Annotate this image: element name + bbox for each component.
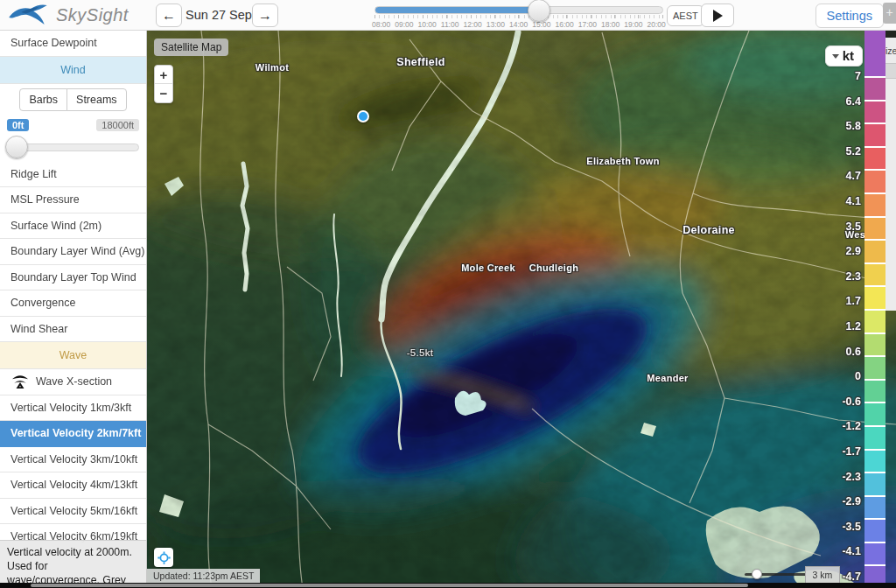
horizontal-scrollbar-thumb[interactable] bbox=[31, 584, 748, 587]
sidebar-item-wind-shear[interactable]: Wind Shear bbox=[0, 317, 146, 343]
time-tick-label: 11:00 bbox=[441, 20, 459, 29]
time-tick-label: 10:00 bbox=[418, 20, 437, 29]
time-slider[interactable]: 08:0009:0010:0011:0012:0013:0014:0015:00… bbox=[374, 6, 663, 29]
wave-xsection-icon bbox=[10, 374, 30, 389]
colorbar-segment bbox=[864, 518, 886, 542]
time-slider-track[interactable] bbox=[374, 6, 663, 14]
colorbar-segment bbox=[864, 379, 886, 402]
skysight-logo: SkySight bbox=[7, 3, 129, 27]
time-tick-label: 19:00 bbox=[624, 20, 642, 29]
altitude-min-badge: 0ft bbox=[7, 119, 29, 131]
wind-toggle-barbs[interactable]: Barbs bbox=[19, 88, 67, 111]
map-style-button[interactable]: Satellite Map bbox=[154, 38, 228, 56]
map-scale-line bbox=[745, 573, 806, 576]
colorbar-segment bbox=[864, 285, 886, 309]
map-viewport[interactable]: WilmotSheffieldElizabeth TownDeloraineMo… bbox=[147, 31, 896, 588]
bottom-bar bbox=[0, 583, 896, 588]
prev-day-button[interactable]: ← bbox=[156, 4, 182, 27]
map-place-label: Sheffield bbox=[396, 56, 444, 68]
time-tick-label: 13:00 bbox=[486, 20, 505, 29]
satellite-map-artwork bbox=[147, 31, 896, 588]
zoom-in-button[interactable]: + bbox=[155, 66, 172, 84]
sidebar-item-vertical-velocity-5km-16kft[interactable]: Vertical Velocity 5km/16kft bbox=[0, 499, 146, 525]
colorbar-segment bbox=[864, 122, 886, 146]
bird-logo-icon bbox=[7, 3, 49, 27]
app-name: SkySight bbox=[56, 5, 129, 25]
sidebar-section-wave[interactable]: Wave bbox=[0, 342, 146, 369]
altitude-badges: 0ft 18000ft bbox=[0, 116, 146, 134]
unit-dropdown-button[interactable]: kt bbox=[825, 46, 863, 66]
top-bar: SkySight ← Sun 27 Sep → 08:0009:0010:001… bbox=[0, 0, 896, 31]
time-tick-label: 17:00 bbox=[578, 20, 597, 29]
timezone-button[interactable]: AEST bbox=[667, 5, 704, 26]
play-icon bbox=[713, 10, 723, 22]
cut-panel-text-fragment: ize bbox=[886, 46, 896, 56]
geolocate-target-icon bbox=[158, 551, 171, 564]
sidebar-item-boundary-layer-wind-avg-[interactable]: Boundary Layer Wind (Avg) bbox=[0, 239, 146, 265]
next-day-button[interactable]: → bbox=[252, 4, 278, 27]
colorbar-segment bbox=[864, 542, 886, 565]
layers-sidebar: Surface Dewpoint Wind BarbsStreams 0ft 1… bbox=[0, 31, 147, 588]
map-place-label: Meander bbox=[647, 373, 688, 383]
time-tick-label: 12:00 bbox=[463, 20, 481, 29]
sidebar-item-label: Wave X-section bbox=[36, 375, 112, 388]
time-tick-label: 08:00 bbox=[372, 20, 390, 29]
time-ticks-major bbox=[374, 15, 663, 18]
sidebar-item-surface-dewpoint[interactable]: Surface Dewpoint bbox=[0, 31, 146, 57]
time-tick-label: 16:00 bbox=[555, 20, 573, 29]
zoom-out-button[interactable]: − bbox=[155, 84, 172, 102]
colorbar-segment bbox=[864, 402, 886, 425]
map-velocity-annotation: -5.5kt bbox=[407, 347, 434, 358]
colorbar-segment bbox=[864, 192, 886, 216]
map-place-label: Elizabeth Town bbox=[586, 156, 659, 166]
location-marker[interactable] bbox=[357, 110, 369, 122]
colorbar-segment bbox=[864, 332, 886, 356]
sidebar-item-vertical-velocity-3km-10kft[interactable]: Vertical Velocity 3km/10kft bbox=[0, 447, 146, 473]
sidebar-item-vertical-velocity-2km-7kft[interactable]: Vertical Velocity 2km/7kft bbox=[0, 421, 146, 447]
sidebar-item-wave-xsection[interactable]: Wave X-section bbox=[0, 369, 146, 396]
sidebar-item-ridge-lift[interactable]: Ridge Lift bbox=[0, 162, 146, 188]
sidebar-item-msl-pressure[interactable]: MSL Pressure bbox=[0, 187, 146, 214]
colorbar-segment bbox=[864, 146, 886, 170]
colorbar-segment bbox=[864, 239, 886, 262]
wind-toggle-streams[interactable]: Streams bbox=[66, 88, 127, 111]
colorbar-segment bbox=[864, 495, 886, 519]
settings-button[interactable]: Settings bbox=[816, 4, 884, 28]
arrow-right-icon: → bbox=[258, 8, 272, 24]
sidebar-section-wind[interactable]: Wind bbox=[0, 57, 146, 84]
sidebar-item-vertical-velocity-4km-13kft[interactable]: Vertical Velocity 4km/13kft bbox=[0, 472, 146, 499]
colorbar-segment bbox=[864, 355, 886, 379]
map-place-label: Wilmot bbox=[256, 62, 289, 73]
time-slider-handle[interactable] bbox=[528, 0, 550, 22]
sidebar-item-vertical-velocity-1km-3kft[interactable]: Vertical Velocity 1km/3kft bbox=[0, 396, 146, 422]
velocity-colorbar[interactable] bbox=[864, 31, 886, 588]
time-tick-label: 14:00 bbox=[509, 20, 528, 29]
time-tick-label: 20:00 bbox=[648, 20, 666, 29]
altitude-slider-handle[interactable] bbox=[5, 136, 28, 158]
geolocate-button[interactable] bbox=[154, 548, 173, 567]
layer-tooltip: Vertical velocity at 2000m. Used for wav… bbox=[0, 540, 146, 588]
date-label: Sun 27 Sep bbox=[186, 8, 252, 22]
map-scale-dot[interactable] bbox=[752, 569, 762, 579]
updated-timestamp: Updated: 11:23pm AEST bbox=[147, 569, 260, 583]
sidebar-item-boundary-layer-top-wind[interactable]: Boundary Layer Top Wind bbox=[0, 265, 146, 291]
sidebar-item-surface-wind-2m-[interactable]: Surface Wind (2m) bbox=[0, 214, 146, 240]
cut-panel-row bbox=[886, 63, 896, 79]
colorbar-segment bbox=[864, 169, 886, 192]
altitude-slider[interactable] bbox=[7, 136, 139, 158]
time-tick-labels: 08:0009:0010:0011:0012:0013:0014:0015:00… bbox=[372, 20, 666, 29]
colorbar-segment bbox=[864, 31, 886, 76]
colorbar-segment bbox=[864, 309, 886, 332]
colorbar-segment bbox=[864, 262, 886, 286]
map-place-label: Mole Creek bbox=[461, 262, 515, 273]
sidebar-item-convergence[interactable]: Convergence bbox=[0, 290, 146, 317]
unit-label: kt bbox=[843, 48, 854, 63]
play-button[interactable] bbox=[701, 4, 734, 27]
colorbar-segment bbox=[864, 216, 886, 240]
arrow-left-icon: ← bbox=[162, 8, 176, 24]
time-tick-label: 09:00 bbox=[395, 20, 413, 29]
map-place-label: Chudleigh bbox=[529, 262, 578, 273]
map-scale-label: 3 km bbox=[805, 566, 840, 584]
colorbar-segment bbox=[864, 425, 886, 449]
colorbar-segment bbox=[864, 100, 886, 123]
